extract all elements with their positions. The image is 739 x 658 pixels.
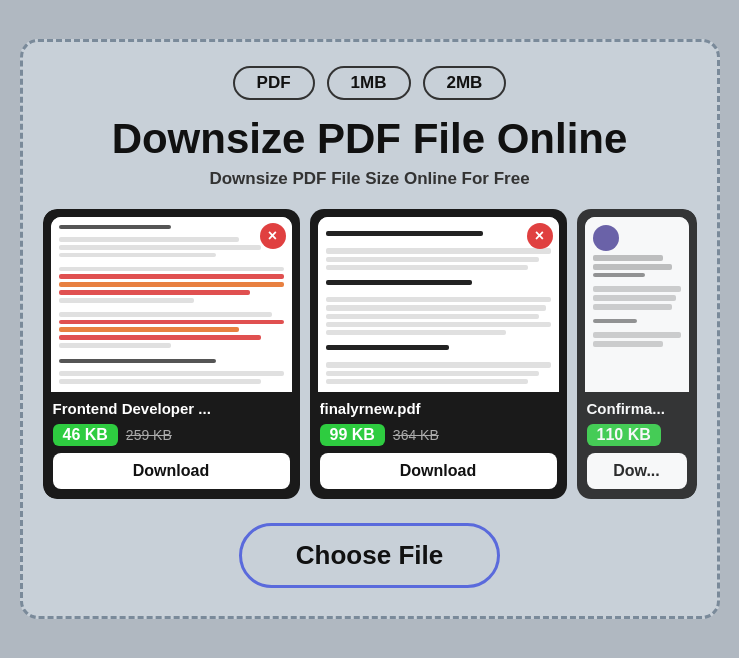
card-2-preview: ×: [318, 217, 559, 392]
card-3-preview: [585, 217, 689, 392]
subtitle: Downsize PDF File Size Online For Free: [209, 169, 529, 189]
card-2-size-new: 99 KB: [320, 424, 385, 446]
main-container: PDF 1MB 2MB Downsize PDF File Online Dow…: [20, 39, 720, 618]
card-3-body: Confirma... 110 KB Dow...: [577, 392, 697, 499]
tag-pdf: PDF: [233, 66, 315, 100]
cards-row: ×: [43, 209, 697, 499]
card-3: Confirma... 110 KB Dow...: [577, 209, 697, 499]
card-2-body: finalyrnew.pdf 99 KB 364 KB Download: [310, 392, 567, 499]
tags-row: PDF 1MB 2MB: [233, 66, 507, 100]
card-1: ×: [43, 209, 300, 499]
card-1-body: Frontend Developer ... 46 KB 259 KB Down…: [43, 392, 300, 499]
card-1-size-new: 46 KB: [53, 424, 118, 446]
card-1-filename: Frontend Developer ...: [53, 400, 290, 417]
card-1-sizes: 46 KB 259 KB: [53, 424, 290, 446]
card-2-filename: finalyrnew.pdf: [320, 400, 557, 417]
card-3-size-new: 110 KB: [587, 424, 661, 446]
card-3-avatar: [593, 225, 619, 251]
main-title: Downsize PDF File Online: [112, 116, 628, 162]
card-1-size-old: 259 KB: [126, 427, 172, 443]
card-3-filename: Confirma...: [587, 400, 687, 417]
card-2-size-old: 364 KB: [393, 427, 439, 443]
card-1-close-button[interactable]: ×: [260, 223, 286, 249]
card-2-preview-content: [318, 217, 559, 392]
card-1-preview-content: [51, 217, 292, 392]
card-3-download-button[interactable]: Dow...: [587, 453, 687, 489]
card-1-download-button[interactable]: Download: [53, 453, 290, 489]
card-3-sizes: 110 KB: [587, 424, 687, 446]
card-2-download-button[interactable]: Download: [320, 453, 557, 489]
card-2: ×: [310, 209, 567, 499]
card-2-close-button[interactable]: ×: [527, 223, 553, 249]
choose-file-button[interactable]: Choose File: [239, 523, 500, 588]
tag-1mb: 1MB: [327, 66, 411, 100]
tag-2mb: 2MB: [423, 66, 507, 100]
card-1-preview: ×: [51, 217, 292, 392]
card-2-sizes: 99 KB 364 KB: [320, 424, 557, 446]
